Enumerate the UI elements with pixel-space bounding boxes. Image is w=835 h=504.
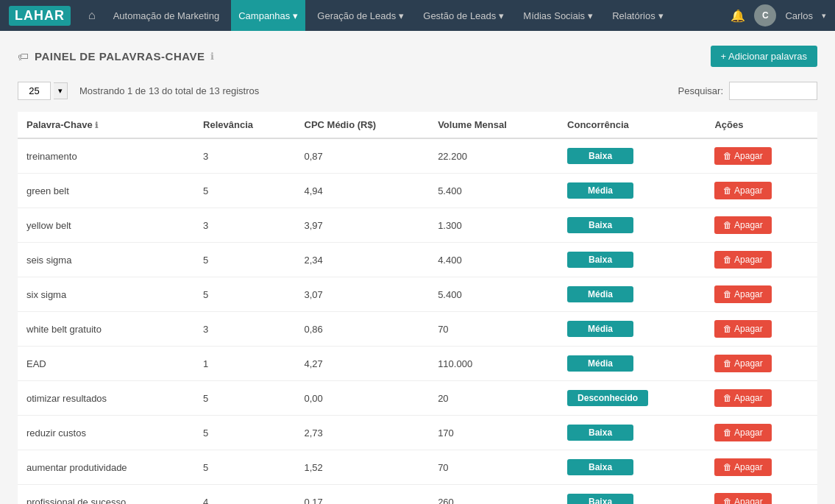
- cell-competition: Baixa: [558, 138, 706, 174]
- cell-competition: Média: [558, 174, 706, 208]
- cell-competition: Baixa: [558, 450, 706, 485]
- page-title: PAINEL DE PALAVRAS-CHAVE: [35, 50, 205, 63]
- avatar: C: [754, 4, 776, 26]
- competition-badge: Média: [567, 355, 633, 372]
- logo: LAHAR: [9, 6, 71, 26]
- cell-cpc: 0,17: [296, 485, 430, 505]
- cell-volume: 22.200: [429, 138, 558, 174]
- col-volume: Volume Mensal: [429, 112, 558, 138]
- cell-actions: 🗑 Apagar: [706, 243, 817, 277]
- user-dropdown-arrow[interactable]: ▾: [822, 11, 826, 21]
- home-icon[interactable]: ⌂: [82, 6, 102, 25]
- cell-volume: 170: [429, 416, 558, 450]
- cell-cpc: 2,34: [296, 243, 430, 277]
- per-page-dropdown-btn[interactable]: ▾: [54, 82, 68, 99]
- nav-item-automacao[interactable]: Automação de Marketing: [106, 0, 227, 31]
- cell-relevance: 5: [194, 277, 295, 312]
- cell-cpc: 3,97: [296, 208, 430, 243]
- cell-cpc: 0,86: [296, 312, 430, 347]
- competition-badge: Baixa: [567, 148, 633, 164]
- col-competition: Concorrência: [558, 112, 706, 138]
- nav-item-geracao[interactable]: Geração de Leads ▾: [310, 0, 411, 31]
- cell-keyword: otimizar resultados: [18, 381, 194, 416]
- cell-relevance: 5: [194, 416, 295, 450]
- cell-competition: Média: [558, 312, 706, 347]
- cell-volume: 1.300: [429, 208, 558, 243]
- cell-keyword: aumentar produtividade: [18, 450, 194, 485]
- per-page-input[interactable]: [18, 82, 51, 100]
- delete-button[interactable]: 🗑 Apagar: [714, 389, 771, 407]
- col-keyword-info[interactable]: ℹ: [95, 121, 98, 129]
- cell-volume: 5.400: [429, 277, 558, 312]
- cell-actions: 🗑 Apagar: [706, 485, 817, 505]
- table-row: profissional de sucesso 4 0,17 260 Baixa…: [18, 485, 817, 505]
- info-icon[interactable]: ℹ: [210, 51, 214, 62]
- delete-button[interactable]: 🗑 Apagar: [714, 147, 771, 165]
- competition-badge: Baixa: [567, 494, 633, 504]
- cell-keyword: seis sigma: [18, 243, 194, 277]
- cell-actions: 🗑 Apagar: [706, 416, 817, 450]
- delete-button[interactable]: 🗑 Apagar: [714, 285, 771, 303]
- cell-actions: 🗑 Apagar: [706, 450, 817, 485]
- table-row: otimizar resultados 5 0,00 20 Desconheci…: [18, 381, 817, 416]
- delete-button[interactable]: 🗑 Apagar: [714, 493, 771, 504]
- cell-volume: 70: [429, 312, 558, 347]
- cell-keyword: yellow belt: [18, 208, 194, 243]
- cell-keyword: reduzir custos: [18, 416, 194, 450]
- delete-button[interactable]: 🗑 Apagar: [714, 424, 771, 441]
- delete-button[interactable]: 🗑 Apagar: [714, 355, 771, 372]
- cell-actions: 🗑 Apagar: [706, 312, 817, 347]
- cell-relevance: 3: [194, 208, 295, 243]
- cell-competition: Desconhecido: [558, 381, 706, 416]
- cell-competition: Baixa: [558, 416, 706, 450]
- cell-cpc: 2,73: [296, 416, 430, 450]
- cell-actions: 🗑 Apagar: [706, 277, 817, 312]
- table-row: yellow belt 3 3,97 1.300 Baixa 🗑 Apagar: [18, 208, 817, 243]
- search-input[interactable]: [729, 82, 817, 100]
- competition-badge: Baixa: [567, 252, 633, 268]
- delete-button[interactable]: 🗑 Apagar: [714, 458, 771, 476]
- competition-badge: Média: [567, 286, 633, 302]
- username[interactable]: Carlos: [785, 10, 813, 21]
- table-controls-right: Pesquisar:: [678, 82, 817, 100]
- table-controls: ▾ Mostrando 1 de 13 do total de 13 regis…: [18, 82, 817, 100]
- tag-icon: 🏷: [18, 50, 29, 63]
- table-row: reduzir custos 5 2,73 170 Baixa 🗑 Apagar: [18, 416, 817, 450]
- delete-button[interactable]: 🗑 Apagar: [714, 216, 771, 234]
- cell-keyword: white belt gratuito: [18, 312, 194, 347]
- table-row: green belt 5 4,94 5.400 Média 🗑 Apagar: [18, 174, 817, 208]
- cell-cpc: 0,00: [296, 381, 430, 416]
- nav-item-midias[interactable]: Mídias Sociais ▾: [516, 0, 600, 31]
- col-relevance: Relevância: [194, 112, 295, 138]
- nav-item-gestao[interactable]: Gestão de Leads ▾: [416, 0, 511, 31]
- delete-button[interactable]: 🗑 Apagar: [714, 251, 771, 269]
- table-row: aumentar produtividade 5 1,52 70 Baixa 🗑…: [18, 450, 817, 485]
- cell-cpc: 4,27: [296, 347, 430, 381]
- add-words-button[interactable]: + Adicionar palavras: [711, 46, 817, 67]
- competition-badge: Desconhecido: [567, 390, 648, 406]
- col-keyword: Palavra-Chave ℹ: [18, 112, 194, 138]
- cell-competition: Baixa: [558, 243, 706, 277]
- col-cpc: CPC Médio (R$): [296, 112, 430, 138]
- cell-volume: 260: [429, 485, 558, 505]
- keywords-table: Palavra-Chave ℹ Relevância CPC Médio (R$…: [18, 112, 817, 504]
- cell-actions: 🗑 Apagar: [706, 208, 817, 243]
- delete-button[interactable]: 🗑 Apagar: [714, 320, 771, 338]
- nav-item-relatorios[interactable]: Relatórios ▾: [605, 0, 671, 31]
- cell-relevance: 1: [194, 347, 295, 381]
- cell-volume: 70: [429, 450, 558, 485]
- bell-icon[interactable]: 🔔: [731, 9, 745, 23]
- nav-item-campanhas[interactable]: Campanhas ▾: [231, 0, 305, 31]
- cell-competition: Média: [558, 347, 706, 381]
- competition-badge: Baixa: [567, 217, 633, 233]
- showing-text: Mostrando 1 de 13 do total de 13 registr…: [79, 85, 259, 96]
- page-header: 🏷 PAINEL DE PALAVRAS-CHAVE ℹ + Adicionar…: [18, 46, 817, 67]
- cell-competition: Média: [558, 277, 706, 312]
- cell-cpc: 0,87: [296, 138, 430, 174]
- cell-actions: 🗑 Apagar: [706, 138, 817, 174]
- competition-badge: Baixa: [567, 425, 633, 441]
- delete-button[interactable]: 🗑 Apagar: [714, 182, 771, 199]
- cell-relevance: 5: [194, 381, 295, 416]
- cell-keyword: treinamento: [18, 138, 194, 174]
- col-actions: Ações: [706, 112, 817, 138]
